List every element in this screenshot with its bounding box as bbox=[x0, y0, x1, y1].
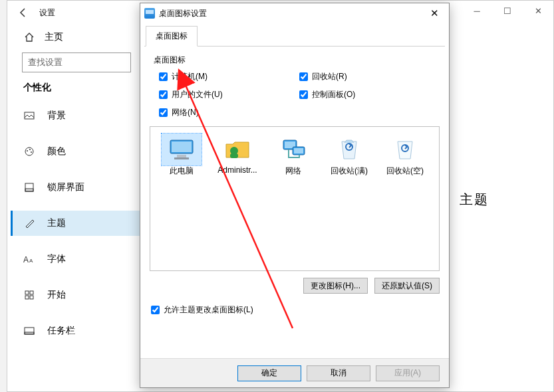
font-icon: AA bbox=[23, 253, 35, 265]
checkbox-input[interactable] bbox=[299, 90, 308, 99]
checkbox-label: 计算机(M) bbox=[172, 71, 208, 82]
checkbox-network[interactable]: 网络(N) bbox=[159, 107, 299, 118]
checkbox-label: 允许主题更改桌面图标(L) bbox=[164, 304, 253, 316]
svg-rect-10 bbox=[30, 291, 33, 294]
cancel-button[interactable]: 取消 bbox=[307, 365, 370, 381]
window-controls: ─ ☐ ✕ bbox=[462, 1, 553, 21]
maximize-button[interactable]: ☐ bbox=[492, 1, 523, 21]
ok-button[interactable]: 确定 bbox=[237, 365, 301, 381]
checkbox-input[interactable] bbox=[159, 108, 168, 117]
home-icon bbox=[23, 31, 35, 43]
sidebar-item-label: 颜色 bbox=[47, 146, 66, 157]
back-button[interactable] bbox=[7, 1, 39, 25]
dialog-titlebar: 桌面图标设置 ✕ bbox=[140, 3, 449, 23]
dialog-close-button[interactable]: ✕ bbox=[420, 3, 449, 23]
svg-rect-17 bbox=[177, 155, 186, 157]
dialog-body: 桌面图标 计算机(M) 回收站(R) 用户的文件(U) 控制面板(O) 网络(N… bbox=[140, 47, 449, 322]
apply-button[interactable]: 应用(A) bbox=[376, 365, 440, 381]
sidebar-item-lockscreen[interactable]: 锁屏界面 bbox=[13, 175, 140, 200]
svg-rect-18 bbox=[174, 157, 189, 159]
sidebar-item-start[interactable]: 开始 bbox=[13, 282, 140, 308]
icon-item-user-folder[interactable]: Administr... bbox=[211, 134, 263, 175]
checkbox-control-panel[interactable]: 控制面板(O) bbox=[299, 89, 440, 100]
icon-item-recycle-full[interactable]: 回收站(满) bbox=[323, 134, 375, 177]
start-icon bbox=[23, 289, 35, 301]
close-button[interactable]: ✕ bbox=[523, 1, 553, 21]
icon-item-recycle-empty[interactable]: 回收站(空) bbox=[379, 134, 431, 177]
svg-rect-24 bbox=[294, 148, 303, 153]
svg-rect-16 bbox=[172, 142, 192, 152]
dialog-tabs: 桌面图标 bbox=[144, 26, 445, 47]
svg-rect-0 bbox=[25, 112, 34, 119]
sidebar-item-themes[interactable]: 主题 bbox=[13, 211, 140, 236]
brush-icon bbox=[23, 217, 35, 229]
settings-title: 设置 bbox=[39, 7, 55, 19]
checkbox-input[interactable] bbox=[299, 72, 308, 81]
svg-rect-14 bbox=[25, 332, 34, 334]
checkbox-input[interactable] bbox=[159, 90, 168, 99]
dialog-footer: 确定 取消 应用(A) bbox=[140, 358, 449, 387]
sidebar-item-colors[interactable]: 颜色 bbox=[13, 139, 140, 164]
content-heading: 主题 bbox=[460, 191, 489, 209]
sidebar-item-label: 主页 bbox=[45, 31, 63, 43]
checkbox-allow-theme-change[interactable]: 允许主题更改桌面图标(L) bbox=[150, 302, 440, 316]
palette-icon bbox=[23, 146, 35, 157]
icon-preview-frame: 此电脑 Administr... 网络 回收站(满) bbox=[150, 126, 440, 271]
taskbar-icon bbox=[23, 325, 35, 337]
sidebar-item-label: 任务栏 bbox=[47, 325, 75, 337]
network-icon bbox=[277, 135, 309, 161]
checkbox-computer[interactable]: 计算机(M) bbox=[159, 71, 299, 82]
sidebar-item-label: 开始 bbox=[47, 289, 66, 301]
svg-text:A: A bbox=[29, 258, 33, 264]
search-placeholder: 查找设置 bbox=[28, 56, 63, 68]
checkbox-input[interactable] bbox=[151, 306, 160, 314]
picture-icon bbox=[23, 110, 35, 122]
minimize-button[interactable]: ─ bbox=[462, 1, 492, 21]
dialog-title-icon bbox=[144, 8, 155, 19]
recycle-full-icon bbox=[333, 135, 365, 161]
sidebar-item-fonts[interactable]: AA 字体 bbox=[13, 246, 140, 272]
svg-point-2 bbox=[27, 150, 28, 151]
change-icon-button[interactable]: 更改图标(H)... bbox=[303, 278, 368, 294]
svg-rect-20 bbox=[230, 153, 238, 158]
sidebar-item-label: 背景 bbox=[47, 110, 66, 122]
sidebar-item-label: 字体 bbox=[47, 253, 66, 265]
svg-rect-12 bbox=[30, 296, 33, 299]
recycle-empty-icon bbox=[389, 135, 421, 161]
checkbox-label: 回收站(R) bbox=[312, 71, 347, 82]
restore-defaults-button[interactable]: 还原默认值(S) bbox=[374, 278, 440, 294]
desktop-icon-settings-dialog: 桌面图标设置 ✕ 桌面图标 桌面图标 计算机(M) 回收站(R) 用户的文件(U… bbox=[140, 3, 450, 388]
checkbox-user-files[interactable]: 用户的文件(U) bbox=[159, 89, 299, 100]
search-input[interactable]: 查找设置 bbox=[22, 52, 131, 72]
icon-label: 回收站(空) bbox=[379, 165, 431, 177]
checkbox-label: 用户的文件(U) bbox=[172, 89, 223, 100]
icon-buttons-row: 更改图标(H)... 还原默认值(S) bbox=[150, 278, 440, 294]
sidebar-item-label: 锁屏界面 bbox=[47, 181, 84, 193]
dialog-title: 桌面图标设置 bbox=[159, 8, 207, 19]
computer-icon bbox=[166, 135, 198, 161]
icon-label: Administr... bbox=[211, 165, 263, 175]
checkbox-label: 网络(N) bbox=[172, 107, 199, 118]
sidebar-section-title: 个性化 bbox=[23, 82, 140, 94]
svg-rect-9 bbox=[25, 291, 29, 294]
sidebar-item-label: 主题 bbox=[47, 217, 66, 229]
svg-rect-6 bbox=[25, 189, 33, 191]
checkbox-label: 控制面板(O) bbox=[312, 89, 355, 100]
sidebar-item-background[interactable]: 背景 bbox=[13, 103, 140, 128]
icon-item-this-pc[interactable]: 此电脑 bbox=[156, 134, 208, 177]
svg-point-4 bbox=[31, 151, 32, 153]
svg-rect-11 bbox=[25, 296, 29, 299]
sidebar-item-home[interactable]: 主页 bbox=[13, 25, 140, 51]
userfolder-icon bbox=[221, 135, 253, 161]
svg-text:A: A bbox=[23, 255, 29, 264]
icon-label: 网络 bbox=[267, 165, 319, 177]
svg-point-1 bbox=[25, 147, 33, 155]
sidebar-item-taskbar[interactable]: 任务栏 bbox=[13, 318, 140, 343]
settings-sidebar: 主页 查找设置 个性化 背景 颜色 锁屏界面 主题 bbox=[7, 25, 140, 354]
lockscreen-icon bbox=[23, 181, 35, 193]
tab-desktop-icons[interactable]: 桌面图标 bbox=[146, 26, 198, 47]
checkbox-recycle-bin[interactable]: 回收站(R) bbox=[299, 71, 440, 82]
icon-item-network[interactable]: 网络 bbox=[267, 134, 319, 177]
checkbox-input[interactable] bbox=[159, 72, 168, 81]
icon-label: 回收站(满) bbox=[323, 165, 375, 177]
